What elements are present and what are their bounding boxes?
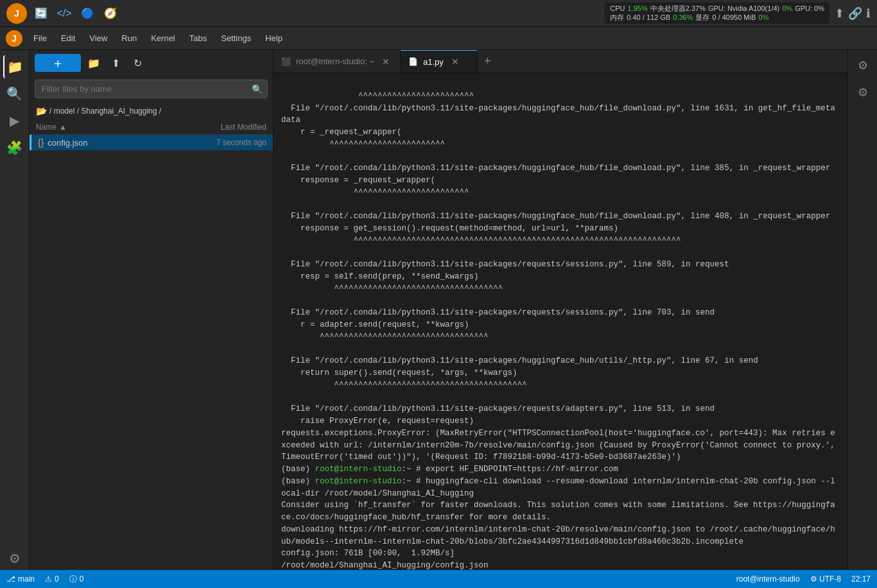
gpu-label: GPU: Nvidia A100(1/4) [708,4,779,13]
col-name-header[interactable]: Name ▲ [36,123,177,132]
sort-icon: ▲ [59,123,67,132]
menu-tabs[interactable]: Tabs [183,31,213,46]
new-file-button[interactable]: ＋ [35,54,81,72]
new-folder-button[interactable]: 📁 [85,54,103,72]
menu-settings[interactable]: Settings [214,31,257,46]
breadcrumb-path: / model / Shanghai_AI_hugging / [49,107,161,116]
terminal-tab-close[interactable]: ✕ [379,55,392,68]
menu-run[interactable]: Run [115,31,143,46]
activity-extensions[interactable]: 🧩 [3,136,26,159]
info-status-icon: ⓘ [69,574,77,585]
status-info[interactable]: ⓘ 0 [69,574,84,585]
editor-tab-label: a1.py [423,57,444,67]
editor-tab-icon: 📄 [408,57,418,66]
right-panel: ⚙ ⚙ [847,50,877,570]
app-logo: J [6,3,27,24]
system-bar: J 🔄 </> 🔵 🧭 CPU 1.95% 中央处理器2.37% GPU: Nv… [0,0,877,27]
status-right: root@intern-studio ⚙ UTF-8 22:17 [736,575,871,584]
new-tab-button[interactable]: + [478,50,498,73]
mem-value: 0.40 / 112 GB [627,13,670,22]
main-area: 📁 🔍 ▶ 🧩 ⚙ ＋ 📁 ⬆ ↻ 🔍 📂 / model / Shanghai… [0,50,877,570]
compass-icon: 🧭 [101,4,119,22]
file-list: {} config.json 7 seconds ago [30,135,273,570]
right-gear-icon-1[interactable]: ⚙ [853,55,873,76]
menu-help[interactable]: Help [259,31,289,46]
vram-pct: 0% [758,13,768,22]
vram-value: 0 / 40950 MiB [712,13,756,22]
refresh-button[interactable]: ↻ [128,54,146,72]
warning-icon: ⚠ [45,575,52,584]
terminal-tab-icon: ⬛ [281,57,291,66]
sidebar-toolbar: ＋ 📁 ⬆ ↻ [30,50,273,76]
status-encoding: ⚙ UTF-8 [810,575,841,584]
gpu-right: GPU: 0% [795,4,824,13]
editor-tab-close[interactable]: ✕ [449,55,462,68]
activity-settings[interactable]: ⚙ [3,547,26,570]
status-user: root@intern-studio [736,575,800,584]
system-stats: CPU 1.95% 中央处理器2.37% GPU: Nvidia A100(1/… [605,3,829,24]
app-menu-logo: J [5,30,23,48]
cpu-chip: 中央处理器2.37% [650,4,706,13]
vram-label: 显存 [695,13,709,22]
tab-editor[interactable]: 📄 a1.py ✕ [401,50,478,73]
share-icon[interactable]: 🔗 [848,6,862,21]
menu-view[interactable]: View [83,31,114,46]
file-name: config.json [48,138,177,148]
filter-box: 🔍 [35,80,268,98]
file-type-icon: {} [38,137,44,148]
filter-input[interactable] [35,80,268,98]
menu-file[interactable]: File [27,31,53,46]
mem-pct: 0.36% [673,13,693,22]
tab-bar: ⬛ root@intern-studio: ~ ✕ 📄 a1.py ✕ + [274,50,847,73]
editor-area: ⬛ root@intern-studio: ~ ✕ 📄 a1.py ✕ + ^^… [274,50,847,570]
activity-bar: 📁 🔍 ▶ 🧩 ⚙ [0,50,30,570]
cpu-value: 1.95% [628,4,648,13]
status-warnings[interactable]: ⚠ 0 [45,575,59,584]
status-branch[interactable]: ⎇ main [6,575,35,584]
upload-button[interactable]: ⬆ [107,54,125,72]
filter-search-icon: 🔍 [252,84,263,94]
gpu-value: 0% [782,4,792,13]
info-count: 0 [80,575,84,584]
status-time: 22:17 [851,575,871,584]
folder-icon: 📂 [36,106,47,116]
right-gear-icon-2[interactable]: ⚙ [853,82,873,103]
menu-bar: J File Edit View Run Kernel Tabs Setting… [0,27,877,50]
vs-code-icon: 🔵 [78,4,96,22]
cpu-label: CPU [610,4,625,13]
file-modified: 7 seconds ago [177,138,266,147]
tab-terminal[interactable]: ⬛ root@intern-studio: ~ ✕ [274,50,401,73]
right-system-icons: ⬆ 🔗 ℹ [835,6,871,21]
breadcrumb: 📂 / model / Shanghai_AI_hugging / [30,102,273,120]
upload-icon[interactable]: ⬆ [835,6,844,21]
branch-name: main [18,575,35,584]
activity-explorer[interactable]: 📁 [3,55,26,78]
jupyter-icon: 🔄 [32,4,50,22]
code-icon: </> [55,4,73,22]
sidebar: ＋ 📁 ⬆ ↻ 🔍 📂 / model / Shanghai_AI_huggin… [30,50,274,570]
info-icon[interactable]: ℹ [866,6,871,21]
svg-text:J: J [12,33,17,44]
file-list-header: Name ▲ Last Modified [30,120,273,135]
terminal-content[interactable]: ^^^^^^^^^^^^^^^^^^^^^^^^ File "/root/.co… [274,73,847,570]
mem-label: 内存 [610,13,624,22]
status-bar: ⎇ main ⚠ 0 ⓘ 0 root@intern-studio ⚙ UTF-… [0,570,877,588]
file-row[interactable]: {} config.json 7 seconds ago [30,135,273,150]
terminal-tab-label: root@intern-studio: ~ [296,56,374,66]
branch-icon: ⎇ [6,575,15,584]
menu-kernel[interactable]: Kernel [144,31,182,46]
warning-count: 0 [55,575,59,584]
menu-edit[interactable]: Edit [55,31,82,46]
activity-run[interactable]: ▶ [3,109,26,132]
activity-search[interactable]: 🔍 [3,82,26,105]
col-modified-header[interactable]: Last Modified [177,123,266,132]
